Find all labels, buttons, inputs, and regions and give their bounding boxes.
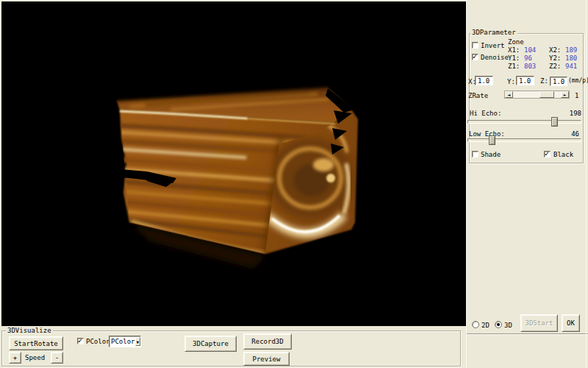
hi-echo-label: Hi Echo: — [470, 110, 501, 117]
start-rotate-button[interactable]: StartRotate — [9, 336, 63, 350]
invert-checkbox[interactable] — [472, 42, 478, 49]
pcolor-dropdown[interactable]: PColor ▼ — [109, 336, 141, 347]
hi-echo-slider-thumb[interactable] — [551, 117, 558, 127]
dropdown-arrow-icon[interactable]: ▼ — [135, 337, 140, 346]
low-echo-label: Low Echo: — [469, 130, 505, 138]
mode-3d-label: 3D — [504, 322, 512, 329]
denoise-checkbox[interactable]: ✓ — [472, 54, 478, 60]
volume-render-3d — [1, 1, 466, 326]
start-3d-button[interactable]: 3DStart — [520, 314, 558, 332]
zrate-thumb[interactable] — [539, 91, 554, 98]
scale-y-input[interactable] — [516, 76, 534, 85]
visualize-panel: 3DVisualize StartRotate + Speed - ✓ PCol… — [0, 326, 466, 368]
zone-y1-label: Y1: — [508, 54, 520, 62]
zone-z1-label: Z1: — [508, 63, 520, 70]
zrate-label: ZRate — [468, 92, 488, 99]
speed-plus-button[interactable]: + — [9, 352, 21, 364]
scale-y-label: Y: — [507, 78, 515, 85]
zone-y2-label: Y2: — [549, 54, 561, 62]
parameter-panel: 3DParameter Invert ✓ Denoise Zone X1: 10… — [466, 0, 588, 368]
invert-label: Invert — [481, 42, 505, 49]
ok-button[interactable]: OK — [562, 314, 580, 332]
pcolor-dropdown-value: PColor — [110, 338, 135, 345]
zone-x1-value: 104 — [524, 46, 536, 54]
zone-z2-value: 941 — [565, 63, 577, 70]
zrate-right-arrow-icon[interactable]: ► — [561, 91, 569, 98]
low-echo-value: 46 — [553, 130, 579, 138]
zone-x2-value: 189 — [565, 46, 577, 54]
speed-label: Speed — [25, 354, 45, 361]
check-icon: ✓ — [544, 151, 550, 157]
denoise-label: Denoise — [481, 54, 509, 61]
panel-separator — [467, 333, 588, 335]
zone-x2-label: X2: — [549, 46, 561, 54]
check-icon: ✓ — [472, 54, 478, 60]
low-echo-slider-track[interactable] — [467, 138, 581, 142]
parameter-groupbox-title: 3DParameter — [470, 29, 517, 36]
window-right-edge — [586, 0, 587, 368]
zone-title: Zone — [508, 38, 524, 46]
zone-z2-label: Z2: — [549, 63, 561, 70]
check-icon: ✓ — [77, 338, 83, 344]
speed-minus-button[interactable]: - — [51, 352, 63, 364]
zrate-value: 1 — [575, 92, 578, 99]
shade-label: Shade — [481, 151, 501, 158]
scale-z-label: Z: — [540, 77, 548, 85]
pcolor-checkbox[interactable]: ✓ — [77, 338, 84, 344]
zone-x1-label: X1: — [508, 46, 520, 54]
render-viewport[interactable] — [1, 1, 466, 326]
low-echo-slider-thumb[interactable] — [489, 135, 495, 145]
mode-3d-radio[interactable] — [495, 321, 502, 328]
hi-echo-value: 198 — [553, 110, 581, 117]
zrate-left-arrow-icon[interactable]: ◄ — [505, 91, 513, 98]
zone-y1-value: 96 — [524, 54, 532, 62]
zone-z1-value: 803 — [524, 63, 536, 70]
app-window: 3DParameter Invert ✓ Denoise Zone X1: 10… — [0, 0, 588, 368]
shade-checkbox[interactable] — [472, 151, 478, 158]
scale-unit-label: (mm/p) — [568, 77, 588, 85]
hi-echo-slider-track[interactable] — [467, 120, 581, 124]
zrate-scrollbar[interactable]: ◄ ► — [504, 91, 570, 99]
scale-z-input[interactable] — [550, 77, 567, 86]
mode-2d-radio[interactable] — [472, 321, 479, 328]
black-label: Black — [553, 151, 573, 158]
zone-y2-value: 180 — [565, 54, 577, 62]
black-checkbox[interactable]: ✓ — [544, 151, 551, 158]
preview-button[interactable]: Preview — [243, 352, 290, 366]
mode-2d-label: 2D — [481, 322, 490, 329]
scale-x-input[interactable] — [475, 76, 493, 85]
pcolor-label: PColor — [86, 338, 110, 345]
visualize-groupbox-title: 3DVisualize — [6, 327, 53, 334]
capture-3d-button[interactable]: 3DCapture — [184, 336, 237, 352]
record-3d-button[interactable]: Record3D — [243, 333, 292, 350]
